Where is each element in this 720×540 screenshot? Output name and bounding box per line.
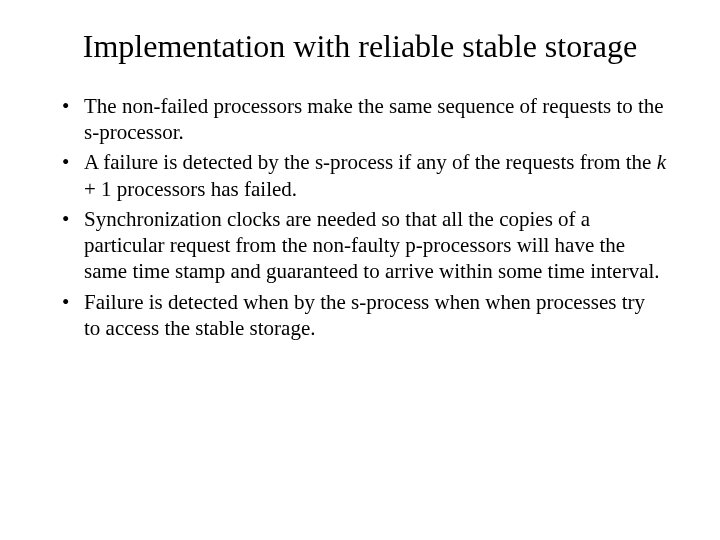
slide: Implementation with reliable stable stor…: [0, 0, 720, 540]
bullet-italic: k: [657, 150, 666, 174]
list-item: Failure is detected when by the s-proces…: [54, 289, 666, 342]
bullet-text-suffix: + 1 processors has failed.: [84, 177, 297, 201]
bullet-text: Synchronization clocks are needed so tha…: [84, 207, 660, 284]
list-item: The non-failed processors make the same …: [54, 93, 666, 146]
slide-title: Implementation with reliable stable stor…: [48, 28, 672, 65]
bullet-text: A failure is detected by the s-process i…: [84, 150, 657, 174]
list-item: A failure is detected by the s-process i…: [54, 149, 666, 202]
bullet-list: The non-failed processors make the same …: [48, 93, 672, 341]
bullet-text: The non-failed processors make the same …: [84, 94, 664, 144]
list-item: Synchronization clocks are needed so tha…: [54, 206, 666, 285]
bullet-text: Failure is detected when by the s-proces…: [84, 290, 645, 340]
